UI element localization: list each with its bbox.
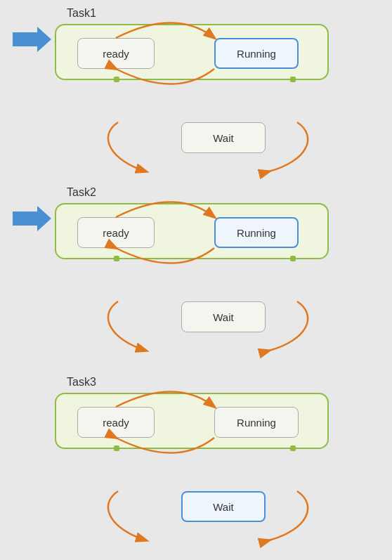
task1-label: Task1	[67, 7, 392, 20]
task1-dot-left	[114, 77, 119, 82]
task1-top-arrow-svg	[56, 25, 330, 82]
task1-section: Task1 ready Running	[0, 7, 392, 153]
page-container: Task1 ready Running	[0, 0, 392, 560]
task3-outer-box: ready Running	[55, 393, 329, 449]
task2-wait-area: Wait	[55, 301, 392, 332]
task2-section: Task2 ready Running	[0, 186, 392, 332]
task1-dot-right	[290, 77, 296, 82]
task3-wait-state: Wait	[181, 491, 266, 522]
task2-dot-right	[290, 256, 296, 261]
task1-wait-area: Wait	[55, 122, 392, 153]
task3-dot-left	[114, 445, 119, 451]
task3-dot-right	[290, 445, 296, 451]
svg-marker-0	[13, 27, 51, 52]
task2-wait-state: Wait	[181, 301, 266, 332]
task1-arrow-indicator	[13, 27, 51, 55]
svg-marker-1	[13, 206, 51, 231]
task3-section: Task3 ready Running	[0, 376, 392, 522]
task3-wait-area: Wait	[55, 491, 392, 522]
task2-label: Task2	[67, 186, 392, 199]
task2-inner-arrows-svg	[56, 204, 330, 261]
task2-arrow-indicator	[13, 206, 51, 234]
task1-wait-state: Wait	[181, 122, 266, 153]
task2-dot-left	[114, 256, 119, 261]
task2-outer-box: ready Running	[55, 203, 329, 259]
task1-outer-box: ready Running	[55, 24, 329, 80]
task3-inner-arrows-svg	[56, 394, 330, 450]
task3-label: Task3	[67, 376, 392, 389]
